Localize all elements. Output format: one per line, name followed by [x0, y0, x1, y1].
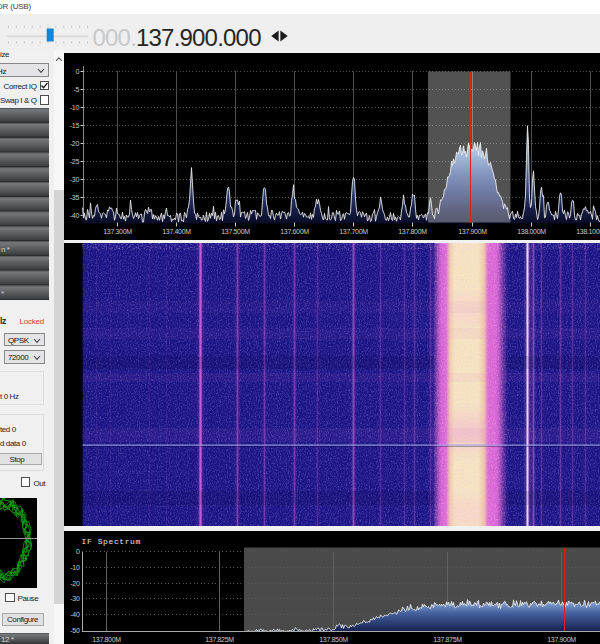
- svg-text:137.900M: 137.900M: [458, 228, 487, 235]
- svg-text:137.825M: 137.825M: [205, 636, 234, 643]
- svg-text:-40: -40: [70, 610, 80, 617]
- svg-text:-5: -5: [73, 85, 79, 92]
- svg-text:137.600M: 137.600M: [280, 228, 309, 235]
- svg-text:-15: -15: [69, 121, 79, 128]
- svg-text:137.875M: 137.875M: [433, 636, 462, 643]
- svg-text:137.800M: 137.800M: [398, 228, 427, 235]
- svg-text:-25: -25: [69, 157, 79, 164]
- svg-text:-35: -35: [69, 193, 79, 200]
- svg-text:137.700M: 137.700M: [339, 228, 368, 235]
- svg-text:-10: -10: [70, 563, 80, 570]
- svg-text:-20: -20: [70, 579, 80, 586]
- svg-text:0: 0: [75, 547, 79, 554]
- svg-text:137.850M: 137.850M: [319, 636, 348, 643]
- svg-text:137.800M: 137.800M: [92, 636, 121, 643]
- svg-text:-10: -10: [69, 103, 79, 110]
- svg-text:0: 0: [75, 67, 79, 74]
- svg-text:-30: -30: [70, 594, 80, 601]
- svg-text:137.300M: 137.300M: [103, 228, 132, 235]
- svg-text:-20: -20: [69, 139, 79, 146]
- svg-text:-50: -50: [70, 626, 80, 633]
- svg-text:IF Spectrum: IF Spectrum: [81, 536, 140, 545]
- svg-text:138.000M: 138.000M: [517, 228, 546, 235]
- svg-text:-40: -40: [69, 211, 79, 218]
- svg-text:137.400M: 137.400M: [162, 228, 191, 235]
- svg-text:-30: -30: [69, 175, 79, 182]
- svg-text:138.100M: 138.100M: [576, 228, 600, 235]
- svg-text:137.900M: 137.900M: [547, 636, 576, 643]
- svg-text:137.500M: 137.500M: [221, 228, 250, 235]
